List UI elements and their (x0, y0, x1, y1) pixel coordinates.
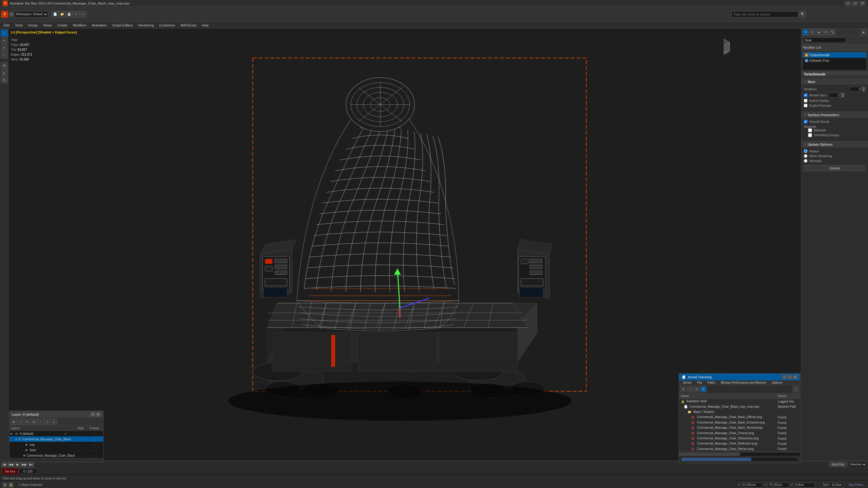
layer-panel-close[interactable]: ✕ (96, 412, 101, 417)
play-btn[interactable]: ▶ (14, 462, 21, 467)
asset-help-btn[interactable]: ? (793, 386, 799, 392)
menu-create[interactable]: Create (55, 23, 70, 28)
layer-row-chair[interactable]: ▶ ⊡ Commercial_Massage_Chair_Black — — (9, 436, 103, 442)
asset-toolbar-btn3[interactable]: ⊟ (694, 386, 700, 392)
asset-row-glossiness[interactable]: 🖼 Commercial_Massage_Chair_Glossiness.pn… (679, 436, 800, 441)
asset-row-reflection[interactable]: 🖼 Commercial_Massage_Chair_Reflection.pn… (679, 441, 800, 446)
asset-row-maps-folder[interactable]: 📁 Maps / Shaders (679, 410, 800, 415)
update-button[interactable]: Update (804, 165, 866, 171)
angle-snap[interactable]: ∡ (1, 69, 8, 76)
panel-icon-collapse[interactable]: ▶ (861, 29, 867, 35)
modifier-turbosmooth[interactable]: ■ TurboSmooth (803, 52, 866, 58)
layer-tool-delete[interactable]: ✕ (24, 419, 30, 425)
x-input[interactable] (741, 483, 763, 487)
when-rendering-radio[interactable] (804, 154, 807, 158)
panel-icon-motion[interactable]: ▶ (816, 29, 822, 35)
set-key-btn[interactable]: Set Key (2, 468, 18, 474)
asset-panel-close[interactable]: ✕ (793, 375, 798, 379)
asset-row-normal[interactable]: 🖼 Commercial_Massage_Chair_black_Normal.… (679, 425, 800, 430)
menu-edit[interactable]: Edit (1, 23, 12, 28)
asset-row-diffuse[interactable]: 🖼 Commercial_Massage_Chair_black_Diffuse… (679, 415, 800, 420)
layer-panel-help[interactable]: ? (90, 412, 95, 417)
maximize-button[interactable]: □ (852, 1, 858, 6)
main-section-header[interactable]: ▼ Main (801, 79, 868, 85)
smoothing-groups-checkbox[interactable] (808, 133, 812, 137)
render-iters-down[interactable]: ▼ (841, 95, 844, 98)
asset-toolbar-btn1[interactable]: ⬆ (680, 386, 686, 392)
move-tool[interactable]: ✛ (1, 37, 8, 44)
modifier-editablepoly[interactable]: ■ Editable Poly (803, 58, 866, 63)
workspace-icon[interactable]: ▾ (9, 12, 14, 17)
object-name-input[interactable] (803, 37, 846, 43)
asset-menu-server[interactable]: Server (680, 380, 694, 385)
next-frame-btn[interactable]: ▶| (28, 462, 34, 467)
y-input[interactable] (768, 483, 789, 487)
asset-row-fresnel[interactable]: 🖼 Commercial_Massage_Chair_Fresnel.png F… (679, 430, 800, 436)
prev-frame-btn[interactable]: |◀ (1, 462, 7, 467)
layer-scrollbar[interactable] (9, 458, 103, 462)
redo-btn[interactable]: ↪ (80, 11, 86, 18)
layer-tool-options[interactable]: ≡ (51, 419, 57, 425)
layer-row-default[interactable]: ▶ 🗂 0 (default) ✓ — — (9, 431, 103, 436)
rotate-tool[interactable]: ↻ (1, 44, 8, 51)
panel-icon-modify[interactable]: ⚒ (803, 29, 809, 35)
asset-scroll-thumb[interactable] (679, 453, 740, 456)
asset-horizontal-scrollbar[interactable] (679, 452, 800, 455)
search-icon[interactable]: 🔍 (799, 11, 806, 18)
close-button[interactable]: ✕ (860, 1, 866, 6)
iterations-input[interactable] (850, 87, 862, 92)
status-icon-2[interactable]: 🔒 (8, 483, 13, 487)
smooth-result-checkbox[interactable] (804, 120, 807, 124)
iterations-up[interactable]: ▲ (862, 87, 866, 89)
key-filters-link[interactable]: Key Filters... (848, 483, 866, 486)
undo-btn[interactable]: ↩ (73, 11, 80, 18)
layer-tool-select[interactable]: ⊡ (31, 419, 37, 425)
menu-rendering[interactable]: Rendering (136, 23, 156, 28)
new-btn[interactable]: 📄 (52, 11, 58, 18)
menu-customize[interactable]: Customize (157, 23, 178, 28)
next-key-btn[interactable]: ▶▶ (21, 462, 27, 467)
search-input[interactable] (732, 11, 798, 17)
menu-group[interactable]: Group (26, 23, 40, 28)
layer-row-leg[interactable]: ◈ Leg — — (9, 442, 103, 447)
menu-help[interactable]: Help (199, 23, 212, 28)
scale-tool[interactable]: ⤡ (1, 52, 8, 58)
layer-tool-move-down[interactable]: ↗ (44, 419, 50, 425)
z-input[interactable] (794, 483, 815, 487)
menu-tools[interactable]: Tools (12, 23, 25, 28)
layer-row-chair-obj[interactable]: ◈ Commercial_Massage_Chair_Black — — (9, 453, 103, 458)
panel-icon-display[interactable]: 👁 (823, 29, 829, 35)
asset-panel-maximize[interactable]: □ (787, 375, 792, 379)
asset-row-emissive[interactable]: 🖼 Commercial_Massage_Chair_black_Emissiv… (679, 420, 800, 425)
isoline-checkbox[interactable] (804, 99, 807, 102)
panel-icon-hierarchy[interactable]: ⊟ (809, 29, 815, 35)
update-options-header[interactable]: ▼ Update Options (801, 141, 868, 148)
asset-menu-file[interactable]: File (694, 380, 704, 385)
prev-key-btn[interactable]: ◀◀ (8, 462, 14, 467)
asset-menu-options[interactable]: Options (769, 380, 785, 385)
key-filter-select[interactable]: Selected (848, 462, 867, 467)
asset-table-container[interactable]: Name Status 🔒 Autodesk Vault Logged Out … (679, 393, 800, 452)
render-iters-input[interactable] (829, 93, 841, 98)
explicit-normals-checkbox[interactable] (804, 104, 807, 107)
surface-params-header[interactable]: ▼ Surface Parameters (801, 112, 868, 118)
asset-row-refract[interactable]: 🖼 Commercial_Massage_Chair_Refract.png F… (679, 446, 800, 452)
snap-toggle[interactable]: ⊞ (1, 62, 8, 69)
layer-tool-add[interactable]: + (17, 419, 24, 425)
asset-toolbar-btn4[interactable]: ⊞ (700, 386, 707, 392)
workspace-selector[interactable]: Workspace: Default (14, 11, 48, 17)
menu-views[interactable]: Views (40, 23, 54, 28)
select-tool[interactable]: ↖ (1, 30, 8, 36)
asset-menu-paths[interactable]: Paths (705, 380, 718, 385)
open-btn[interactable]: 📁 (59, 11, 65, 18)
asset-row-maxfile[interactable]: 📄 Commercial_Massage_Chair_Black_max_vra… (679, 404, 800, 409)
asset-panel-minimize[interactable]: — (782, 375, 787, 379)
iterations-down[interactable]: ▼ (862, 89, 866, 92)
panel-icon-utilities[interactable]: 🔧 (829, 29, 835, 35)
status-icon-1[interactable]: ⊡ (2, 483, 7, 487)
asset-menu-bitmap-perf[interactable]: Bitmap Performance and Memory (718, 380, 769, 385)
menu-graph-editors[interactable]: Graph Editors (110, 23, 135, 28)
menu-modifiers[interactable]: Modifiers (70, 23, 89, 28)
percent-snap[interactable]: % (1, 77, 8, 83)
render-iters-checkbox[interactable] (804, 93, 807, 97)
